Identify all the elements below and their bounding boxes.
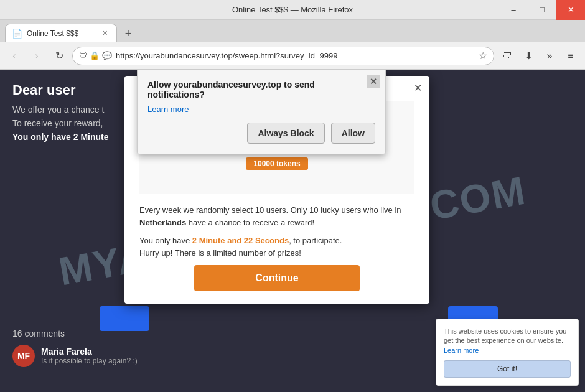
modal-text-country: Netherlands bbox=[139, 218, 186, 227]
main-content-area: Dear user We offer you a chance t To rec… bbox=[0, 70, 585, 392]
modal-text-1-end: have a chance to receive a reward! bbox=[189, 218, 314, 227]
page-line3-pre: You only have bbox=[12, 132, 73, 142]
always-block-button[interactable]: Always Block bbox=[247, 123, 324, 144]
forward-button[interactable]: › bbox=[27, 47, 46, 65]
download-button[interactable]: ⬇ bbox=[519, 47, 538, 65]
lock-icon: 🔒 bbox=[90, 51, 100, 60]
comment-sub-text: Is it possible to play again? :) bbox=[41, 357, 138, 365]
nav-right-buttons: 🛡 ⬇ » ≡ bbox=[498, 47, 580, 65]
window-title: Online Test $$$ — Mozilla Firefox bbox=[232, 5, 353, 14]
tab-close-button[interactable]: ✕ bbox=[99, 28, 110, 39]
notif-dialog-close-button[interactable]: ✕ bbox=[367, 75, 380, 88]
tab-favicon: 📄 bbox=[12, 29, 22, 39]
shield-icon: 🛡 bbox=[79, 51, 87, 60]
nav-bar: ‹ › ↻ 🛡 🔒 💬 https://yourabundancesurvey.… bbox=[0, 42, 585, 70]
notif-dialog-title: Allow yourabundancesurvey.top to send no… bbox=[147, 80, 375, 100]
new-tab-button[interactable]: + bbox=[119, 25, 137, 42]
page-line3-bold: 2 Minute bbox=[73, 132, 109, 142]
modal-text-3: Hurry up! There is a limited number of p… bbox=[139, 248, 301, 258]
modal-close-button[interactable]: ✕ bbox=[411, 81, 424, 95]
prize-badge: 10000 tokens bbox=[246, 157, 307, 170]
security-icons: 🛡 🔒 💬 bbox=[79, 51, 112, 60]
menu-button[interactable]: ≡ bbox=[561, 47, 580, 65]
comment-info: Maria Farela Is it possible to play agai… bbox=[41, 347, 138, 365]
title-bar: Online Test $$$ — Mozilla Firefox – □ ✕ bbox=[0, 0, 585, 20]
notification-icon: 💬 bbox=[102, 51, 112, 60]
browser-tab[interactable]: 📄 Online Test $$$ ✕ bbox=[5, 24, 117, 42]
maximize-button[interactable]: □ bbox=[528, 0, 556, 20]
continue-button[interactable]: Continue bbox=[194, 265, 359, 291]
modal-text-1-pre: Every week we randomly select 10 users. … bbox=[139, 205, 401, 215]
modal-text-2-pre: You only have bbox=[139, 236, 192, 245]
minimize-button[interactable]: – bbox=[499, 0, 528, 20]
comments-count: 16 comments bbox=[12, 329, 138, 338]
cookie-got-it-button[interactable]: Got it! bbox=[444, 360, 571, 378]
comments-section: 16 comments MF Maria Farela Is it possib… bbox=[12, 329, 138, 367]
more-tools-button[interactable]: » bbox=[540, 47, 559, 65]
cookie-learn-more-link[interactable]: Learn more bbox=[444, 347, 479, 354]
tab-title: Online Test $$$ bbox=[27, 29, 94, 38]
shield-vpn-button[interactable]: 🛡 bbox=[498, 47, 517, 65]
modal-text-2: You only have 2 Minute and 22 Seconds, t… bbox=[139, 235, 414, 259]
page-btn-left bbox=[100, 306, 149, 331]
bookmark-star-icon[interactable]: ☆ bbox=[479, 50, 487, 62]
close-window-button[interactable]: ✕ bbox=[556, 0, 585, 20]
window-controls: – □ ✕ bbox=[499, 0, 585, 19]
notif-learn-more-link[interactable]: Learn more bbox=[147, 105, 189, 114]
notification-permission-dialog: ✕ Allow yourabundancesurvey.top to send … bbox=[137, 70, 386, 154]
comment-avatar: MF bbox=[12, 345, 35, 367]
url-text: https://yourabundancesurvey.top/sweep.ht… bbox=[116, 51, 475, 60]
address-bar[interactable]: 🛡 🔒 💬 https://yourabundancesurvey.top/sw… bbox=[72, 47, 494, 65]
reload-button[interactable]: ↻ bbox=[50, 47, 68, 65]
cookie-notice: This website uses cookies to ensure you … bbox=[436, 319, 579, 386]
modal-countdown: 2 Minute and 22 Seconds bbox=[192, 236, 289, 245]
notif-dialog-buttons: Always Block Allow bbox=[147, 123, 375, 144]
allow-button[interactable]: Allow bbox=[331, 123, 375, 144]
cookie-text: This website uses cookies to ensure you … bbox=[444, 327, 571, 355]
tab-bar: 📄 Online Test $$$ ✕ + bbox=[0, 20, 585, 42]
back-button[interactable]: ‹ bbox=[5, 47, 24, 65]
comment-item: MF Maria Farela Is it possible to play a… bbox=[12, 345, 138, 367]
cookie-message: This website uses cookies to ensure you … bbox=[444, 327, 567, 344]
modal-text-2-end: , to participate. bbox=[289, 236, 342, 245]
modal-text-1: Every week we randomly select 10 users. … bbox=[139, 204, 414, 228]
comment-username: Maria Farela bbox=[41, 347, 138, 357]
